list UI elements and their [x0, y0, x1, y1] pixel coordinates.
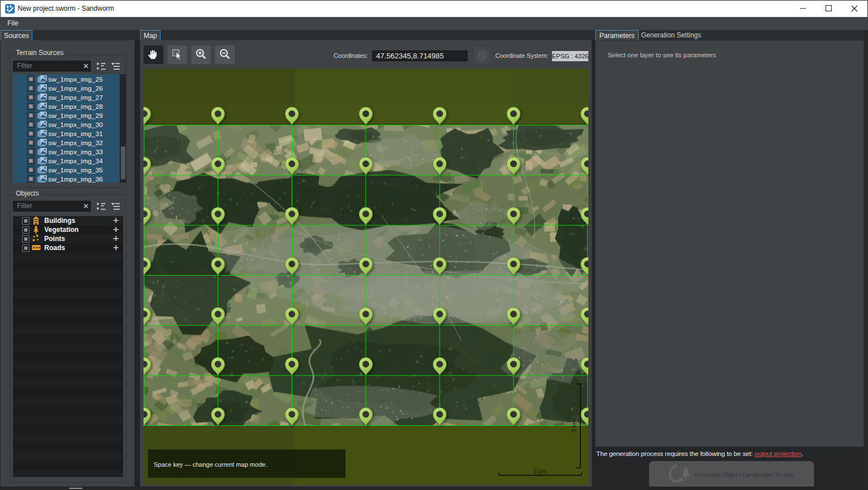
svg-text:Space key — change current map: Space key — change current map mode. [154, 461, 267, 468]
svg-text:3 km: 3 km [533, 468, 547, 475]
svg-text:3 km: 3 km [571, 419, 578, 433]
